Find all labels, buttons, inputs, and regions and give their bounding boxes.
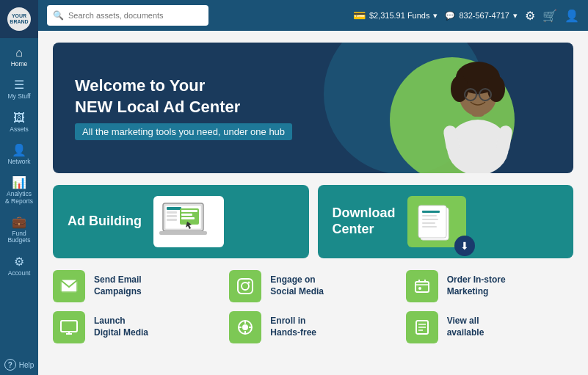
card-row: Ad Building <box>53 185 573 258</box>
feature-item-social[interactable]: Engage on Social Media <box>229 270 396 302</box>
sidebar-logo: YOUR BRAND <box>0 0 38 38</box>
help-button[interactable]: ? Help <box>0 354 38 375</box>
svg-rect-13 <box>167 207 181 210</box>
topnav-right: 💳 $2,315.91 Funds ▾ 💬 832-567-4717 ▾ ⚙ 🛒… <box>353 9 579 23</box>
svg-rect-42 <box>61 321 77 332</box>
svg-rect-22 <box>159 231 207 235</box>
sidebar-item-analytics[interactable]: 📊 Analytics & Reports <box>0 171 38 211</box>
svg-rect-27 <box>422 219 438 220</box>
instore-icon-box <box>406 270 438 302</box>
svg-rect-24 <box>418 205 446 238</box>
phone-dropdown-icon: ▾ <box>513 11 518 21</box>
hero-person-image <box>419 48 537 173</box>
help-label: Help <box>19 361 35 369</box>
wallet-icon: 💳 <box>353 10 366 21</box>
cart-icon[interactable]: 🛒 <box>542 9 557 23</box>
search-box[interactable]: 🔍 <box>47 5 208 26</box>
account-icon: ⚙ <box>14 256 24 268</box>
svg-rect-34 <box>238 279 253 294</box>
analytics-icon: 📊 <box>12 177 26 189</box>
feature-item-digital[interactable]: Launch Digital Media <box>53 311 220 343</box>
email-campaigns-label: Send Email Campaigns <box>94 274 142 297</box>
phone-button[interactable]: 💬 832-567-4717 ▾ <box>445 11 518 21</box>
network-icon: 👤 <box>12 145 26 156</box>
search-icon: 🔍 <box>53 10 64 21</box>
feature-item-email[interactable]: Send Email Campaigns <box>53 270 220 302</box>
feature-item-handsfree[interactable]: Enroll in Hands-free <box>229 311 396 343</box>
feature-item-instore[interactable]: Order In-store Marketing <box>406 270 573 302</box>
svg-rect-26 <box>422 215 437 216</box>
fund-budgets-icon: 💼 <box>12 216 26 228</box>
funds-label: $2,315.91 Funds <box>369 11 430 20</box>
viewall-label: View all available <box>447 316 484 338</box>
sidebar-label: Home <box>11 61 28 68</box>
download-card[interactable]: Download Center ⬇ <box>318 185 574 258</box>
sidebar-label: Account <box>8 270 31 277</box>
sidebar-item-network[interactable]: 👤 Network <box>0 139 38 171</box>
ad-building-label: Ad Building <box>68 214 142 230</box>
user-icon[interactable]: 👤 <box>565 9 579 23</box>
svg-point-36 <box>248 282 250 284</box>
topnav: 🔍 💳 $2,315.91 Funds ▾ 💬 832-567-4717 ▾ ⚙… <box>38 0 588 31</box>
email-icon-box <box>53 270 85 302</box>
instore-marketing-label: Order In-store Marketing <box>447 274 506 297</box>
feature-grid: Send Email Campaigns Engage on Social Me… <box>53 270 573 343</box>
sidebar-label: My Stuff <box>7 93 30 100</box>
brand-logo: YOUR BRAND <box>7 7 31 31</box>
svg-point-41 <box>418 287 421 290</box>
download-icon-box: ⬇ <box>407 196 466 247</box>
phone-icon: 💬 <box>445 11 455 21</box>
funds-dropdown-icon: ▾ <box>433 11 438 21</box>
phone-label: 832-567-4717 <box>459 11 509 20</box>
viewall-icon-box <box>406 311 438 343</box>
digital-media-label: Launch Digital Media <box>94 316 148 338</box>
content-area: Welcome to Your NEW Local Ad Center All … <box>38 31 588 375</box>
feature-item-viewall[interactable]: View all available <box>406 311 573 343</box>
sidebar-item-my-stuff[interactable]: ☰ My Stuff <box>0 73 38 106</box>
sidebar-label: Network <box>7 159 30 165</box>
sidebar-label: Analytics & Reports <box>5 191 33 205</box>
main-area: 🔍 💳 $2,315.91 Funds ▾ 💬 832-567-4717 ▾ ⚙… <box>38 0 588 375</box>
hero-subtitle: All the marketing tools you need, under … <box>75 123 292 140</box>
digital-icon-box <box>53 311 85 343</box>
svg-rect-37 <box>415 282 429 292</box>
svg-rect-28 <box>422 222 435 224</box>
handsfree-label: Enroll in Hands-free <box>270 316 316 338</box>
svg-rect-14 <box>167 211 177 214</box>
handsfree-icon-box <box>229 311 261 343</box>
home-icon: ⌂ <box>15 47 23 59</box>
svg-rect-29 <box>422 226 437 227</box>
sidebar-label: Assets <box>10 126 29 133</box>
hero-banner: Welcome to Your NEW Local Ad Center All … <box>53 43 573 173</box>
download-arrow-icon: ⬇ <box>454 236 475 256</box>
svg-rect-25 <box>422 211 440 213</box>
ad-building-card[interactable]: Ad Building <box>53 185 309 258</box>
sidebar-label: Fund Budgets <box>7 230 30 244</box>
svg-point-35 <box>242 283 249 290</box>
sidebar-item-fund-budgets[interactable]: 💼 Fund Budgets <box>0 211 38 250</box>
svg-point-46 <box>242 324 248 330</box>
svg-rect-18 <box>181 210 197 212</box>
sidebar-item-home[interactable]: ⌂ Home <box>0 41 38 73</box>
download-label: Download Center <box>333 205 396 237</box>
assets-icon: 🖼 <box>13 112 25 124</box>
svg-rect-20 <box>181 217 195 219</box>
search-input[interactable] <box>68 11 203 20</box>
funds-button[interactable]: 💳 $2,315.91 Funds ▾ <box>353 10 438 21</box>
ad-building-icon-box <box>153 196 224 247</box>
social-icon-box <box>229 270 261 302</box>
help-icon: ? <box>4 359 16 371</box>
my-stuff-icon: ☰ <box>14 79 24 91</box>
sidebar: YOUR BRAND ⌂ Home ☰ My Stuff 🖼 Assets 👤 … <box>0 0 38 375</box>
svg-rect-15 <box>167 215 177 217</box>
social-media-label: Engage on Social Media <box>270 274 324 297</box>
svg-rect-16 <box>167 219 177 221</box>
settings-icon[interactable]: ⚙ <box>525 9 535 23</box>
svg-rect-19 <box>181 214 192 216</box>
sidebar-item-account[interactable]: ⚙ Account <box>0 250 38 283</box>
sidebar-item-assets[interactable]: 🖼 Assets <box>0 106 38 139</box>
